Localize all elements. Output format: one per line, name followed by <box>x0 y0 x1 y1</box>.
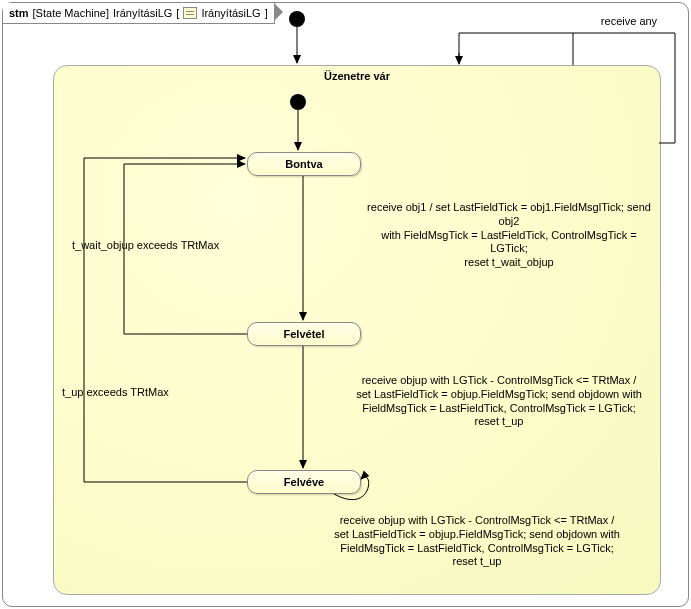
frame-stereotype-bracket: [State Machine] <box>33 7 109 19</box>
diagram-frame: stm [State Machine] IrányításiLG [ Irány… <box>2 2 689 607</box>
initial-pseudostate-outer <box>289 11 305 27</box>
transition-label-bontva-felvetel: receive obj1 / set LastFieldTick = obj1.… <box>364 201 654 270</box>
transition-label-bontva-felvetel-text: receive obj1 / set LastFieldTick = obj1.… <box>367 201 651 268</box>
frame-close-bracket: ] <box>265 7 268 19</box>
transition-label-felvetel-felveve: receive objup with LGTick - ControlMsgTi… <box>354 374 644 429</box>
frame-name: IrányításiLG <box>113 7 172 19</box>
statemachine-icon <box>183 7 197 19</box>
composite-state-region: Üzenetre vár Bontva Felvétel Felvéve rec… <box>53 65 661 595</box>
transition-label-felveve-bontva: t_up exceeds TRtMax <box>62 386 232 400</box>
transition-label-receive-any: receive any <box>589 15 669 29</box>
state-felvetel: Felvétel <box>247 322 361 346</box>
transition-label-felveve-bontva-text: t_up exceeds TRtMax <box>62 386 169 398</box>
transition-label-felvetel-felveve-text: receive objup with LGTick - ControlMsgTi… <box>356 374 642 427</box>
state-felvetel-label: Felvétel <box>284 328 325 340</box>
transition-label-felvetel-bontva: t_wait_objup exceeds TRtMax <box>72 239 242 253</box>
initial-pseudostate-inner <box>290 94 306 110</box>
state-bontva-label: Bontva <box>285 158 322 170</box>
frame-title-tab: stm [State Machine] IrányításiLG [ Irány… <box>3 3 275 24</box>
region-title: Üzenetre vár <box>54 70 660 82</box>
transition-label-felveve-self: receive objup with LGTick - ControlMsgTi… <box>332 514 622 569</box>
state-bontva: Bontva <box>247 152 361 176</box>
state-felveve-label: Felvéve <box>284 476 324 488</box>
state-felveve: Felvéve <box>247 470 361 494</box>
frame-ref-name: IrányításiLG <box>201 7 260 19</box>
transition-label-felveve-self-text: receive objup with LGTick - ControlMsgTi… <box>334 514 620 567</box>
frame-stereotype-prefix: stm <box>9 7 29 19</box>
frame-open-bracket: [ <box>176 7 179 19</box>
transition-label-felvetel-bontva-text: t_wait_objup exceeds TRtMax <box>72 239 219 251</box>
transition-label-receive-any-text: receive any <box>601 15 657 27</box>
